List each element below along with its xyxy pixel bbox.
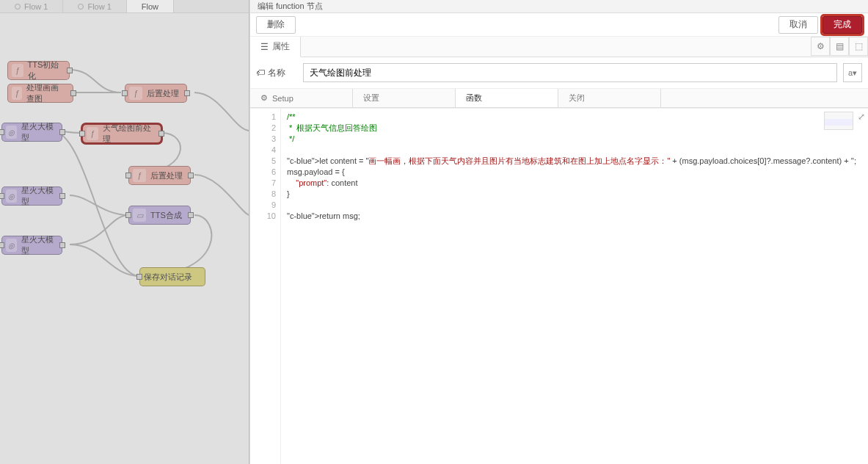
tab-dot-icon [15,4,21,10]
node-label: 后置处理 [150,170,183,181]
function-subtabs: ⚙Setup 设置 函数 关闭 [250,89,868,108]
function-icon: ƒ [129,87,142,100]
node-post2[interactable]: ƒ后置处理 [128,166,191,185]
gear-icon: ⚙ [817,41,825,51]
flow-canvas[interactable]: ƒTTS初始化 ƒ处理画画查图 ƒ后置处理 ◎星火大模型 ƒ天气绘图前处理 ƒ后… [0,13,249,464]
language-button[interactable]: a▾ [843,63,862,82]
line-gutter: 12345678910 [250,109,281,464]
node-weather-pre[interactable]: ƒ天气绘图前处理 [82,124,161,143]
node-save[interactable]: 保存对话记录 [139,267,205,286]
node-label: 保存对话记录 [144,272,192,283]
function-icon: ƒ [87,127,98,140]
model-icon: ◎ [6,126,17,139]
lang-btn-text: a▾ [848,68,857,78]
panel-tabs: ☰ 属性 ⚙ ▤ ⬚ [250,37,868,57]
flow-canvas-area: Flow 1 Flow 1 Flow ƒTTS初始化 ƒ处理画画查图 ƒ后置处理… [0,0,249,464]
node-model2[interactable]: ◎星火大模型 [1,186,62,206]
node-label: 星火大模型 [21,185,54,207]
node-label: TTS合成 [150,210,182,221]
tab-label: 属性 [272,40,290,53]
model-icon: ◎ [6,189,17,203]
flow-tab[interactable]: Flow 1 [63,0,126,12]
done-button[interactable]: 完成 [823,16,862,34]
delete-button[interactable]: 删除 [256,16,296,34]
subtab-settings[interactable]: 设置 [353,89,456,107]
node-model3[interactable]: ◎星火大模型 [1,236,62,255]
subtab-label: 设置 [363,93,379,104]
gear-icon: ⚙ [260,93,268,103]
code-minimap[interactable] [824,112,853,130]
subtab-function[interactable]: 函数 [456,89,558,107]
flow-tab[interactable]: Flow [127,0,174,12]
function-icon: ƒ [12,87,22,100]
cancel-button[interactable]: 取消 [778,16,818,34]
name-label-text: 名称 [268,67,285,79]
tag-icon: 🏷 [256,68,265,78]
chart-icon: ⬚ [855,41,863,51]
name-row: 🏷 名称 a▾ [250,57,868,89]
node-label: TTS初始化 [28,59,62,81]
node-label: 星火大模型 [21,121,54,143]
expand-icon[interactable]: ⤢ [858,112,865,122]
subtab-setup[interactable]: ⚙Setup [250,89,353,107]
tab-dot-icon [78,4,84,10]
subtab-label: 函数 [466,93,482,104]
edit-panel: 编辑 function 节点 删除 取消 完成 ☰ 属性 ⚙ ▤ ⬚ 🏷 名称 … [249,0,868,464]
subtab-label: 关闭 [569,93,585,104]
node-tts-init[interactable]: ƒTTS初始化 [7,61,70,80]
model-icon: ◎ [6,239,17,252]
list-icon: ☰ [260,42,269,52]
node-label: 后置处理 [147,88,179,99]
function-icon: ƒ [12,64,23,77]
panel-actions: 删除 取消 完成 [250,13,868,37]
connection-wires [0,13,249,464]
flow-tab-label: Flow 1 [87,2,111,11]
node-label: 星火大模型 [21,234,54,256]
description-icon-button[interactable]: ▤ [830,37,849,56]
book-icon: ▤ [836,41,844,51]
flow-tab-label: Flow [142,2,158,11]
flow-tab-label: Flow 1 [24,2,48,11]
function-icon: ƒ [133,169,146,182]
node-post1[interactable]: ƒ后置处理 [125,84,187,103]
node-label: 处理画画查图 [26,82,65,104]
subtab-label: Setup [272,94,293,103]
flow-tab[interactable]: Flow 1 [0,0,63,12]
code-content[interactable]: /** * 根据天气信息回答绘图 */ "c-blue">let content… [281,109,868,464]
appearance-icon-button[interactable]: ⬚ [849,37,868,56]
audio-icon: ▭ [133,209,146,222]
node-label: 天气绘图前处理 [103,123,153,145]
config-icon-button[interactable]: ⚙ [811,37,830,56]
code-editor[interactable]: 12345678910 /** * 根据天气信息回答绘图 */ "c-blue"… [250,108,868,464]
flow-tabs: Flow 1 Flow 1 Flow [0,0,249,13]
subtab-close[interactable]: 关闭 [558,89,661,107]
tab-properties[interactable]: ☰ 属性 [250,37,301,57]
node-tts-syn[interactable]: ▭TTS合成 [128,206,191,225]
name-label: 🏷 名称 [256,67,297,79]
name-input[interactable] [303,63,837,82]
node-process-img[interactable]: ƒ处理画画查图 [7,84,73,103]
node-model1[interactable]: ◎星火大模型 [1,123,62,142]
panel-title: 编辑 function 节点 [250,0,868,13]
